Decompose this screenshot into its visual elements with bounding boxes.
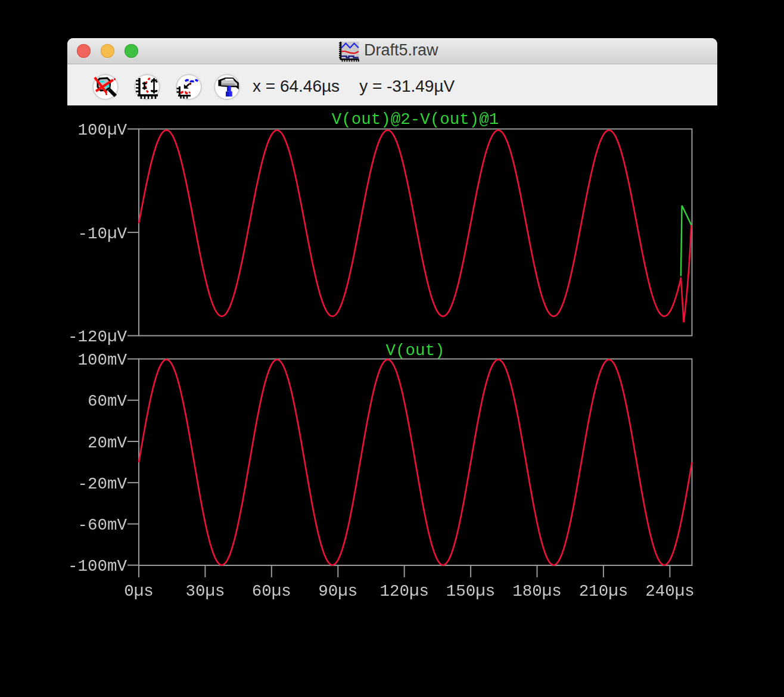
svg-text:-120µV: -120µV xyxy=(68,328,127,346)
svg-text:-20mV: -20mV xyxy=(77,475,127,493)
svg-text:30µs: 30µs xyxy=(185,582,225,600)
svg-text:-10µV: -10µV xyxy=(77,225,127,243)
svg-text:20mV: 20mV xyxy=(88,434,127,452)
svg-text:V(out)@2-V(out)@1: V(out)@2-V(out)@1 xyxy=(332,110,499,129)
svg-text:210µs: 210µs xyxy=(579,582,629,600)
svg-text:150µs: 150µs xyxy=(446,582,496,600)
svg-text:240µs: 240µs xyxy=(645,582,695,600)
svg-text:180µs: 180µs xyxy=(512,582,562,600)
svg-text:100mV: 100mV xyxy=(77,351,127,369)
svg-text:90µs: 90µs xyxy=(318,582,357,600)
svg-text:100µV: 100µV xyxy=(77,121,127,139)
svg-text:120µs: 120µs xyxy=(379,582,429,600)
svg-text:60µs: 60µs xyxy=(252,582,291,600)
svg-text:-60mV: -60mV xyxy=(77,516,127,534)
svg-text:0µs: 0µs xyxy=(124,582,154,600)
svg-text:V(out): V(out) xyxy=(385,341,444,360)
svg-text:-100mV: -100mV xyxy=(68,557,127,575)
svg-text:60mV: 60mV xyxy=(88,392,127,410)
